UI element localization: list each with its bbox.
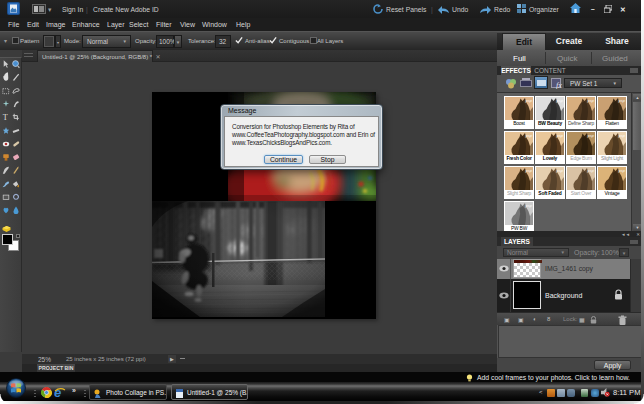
svg-text:psp: psp <box>587 168 595 173</box>
svg-text:psp: psp <box>525 168 533 173</box>
svg-text:psp: psp <box>525 133 533 138</box>
svg-text:psp: psp <box>556 98 564 103</box>
svg-text:psp: psp <box>618 133 626 138</box>
svg-text:psp: psp <box>587 98 595 103</box>
svg-text:psp: psp <box>556 168 564 173</box>
svg-text:psp: psp <box>618 168 626 173</box>
svg-text:T: T <box>3 113 8 122</box>
svg-text:e: e <box>54 386 61 399</box>
svg-text:psp: psp <box>618 98 626 103</box>
svg-text:psp: psp <box>525 203 533 208</box>
svg-text:fx: fx <box>556 81 562 89</box>
svg-text:psp: psp <box>556 133 564 138</box>
svg-text:psp: psp <box>525 98 533 103</box>
svg-text:psp: psp <box>587 133 595 138</box>
